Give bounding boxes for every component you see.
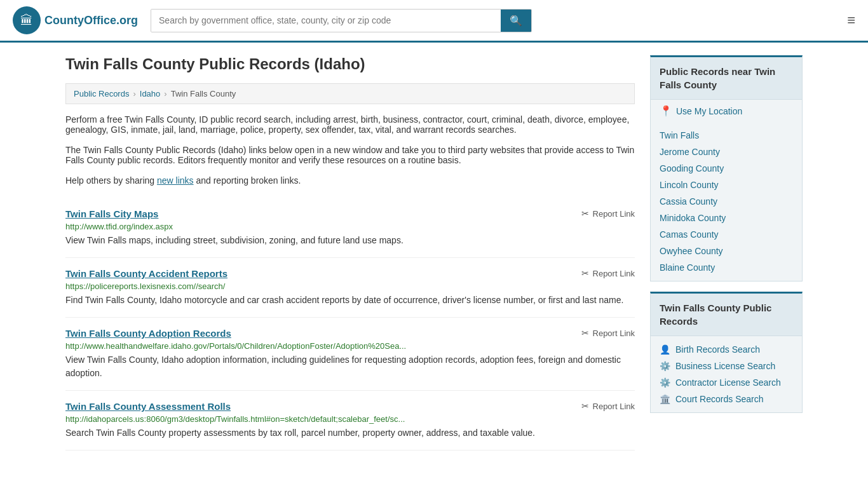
record-url-3[interactable]: http://idahoparcels.us:8060/gm3/desktop/… <box>65 414 635 424</box>
search-icon: 🔍 <box>510 15 522 26</box>
record-card-header: Twin Falls County Adoption Records ✂ Rep… <box>65 328 635 339</box>
nearby-link-5[interactable]: Minidoka County <box>660 213 726 223</box>
record-url-2[interactable]: http://www.healthandwelfare.idaho.gov/Po… <box>65 341 635 351</box>
sidebar-record-link-3[interactable]: Court Records Search <box>675 394 764 404</box>
sidebar-records-section: Twin Falls County Public Records 👤 Birth… <box>650 292 803 413</box>
record-desc-2: View Twin Falls County, Idaho adoption i… <box>65 353 635 380</box>
sidebar-record-link-1[interactable]: Business License Search <box>675 361 775 371</box>
sidebar-record-item: 🏛️ Court Records Search <box>651 391 802 407</box>
record-desc-1: Find Twin Falls County, Idaho motorcycle… <box>65 294 635 307</box>
new-links-link[interactable]: new links <box>157 175 194 186</box>
sidebar-record-item: ⚙️ Contractor License Search <box>651 374 802 391</box>
header: 🏛 CountyOffice.org 🔍 ≡ <box>0 0 868 43</box>
search-input[interactable] <box>151 10 501 32</box>
record-title-1[interactable]: Twin Falls County Accident Reports <box>65 268 227 279</box>
content-area: Twin Falls County Public Records (Idaho)… <box>65 55 635 451</box>
nearby-link-2[interactable]: Gooding County <box>660 163 724 173</box>
report-link-button-0[interactable]: ✂ Report Link <box>581 208 635 219</box>
report-icon-0: ✂ <box>581 208 589 219</box>
report-link-button-3[interactable]: ✂ Report Link <box>581 401 635 411</box>
breadcrumb-current: Twin Falls County <box>171 89 236 98</box>
sidebar-record-item: ⚙️ Business License Search <box>651 358 802 374</box>
sidebar-nearby-section: Public Records near Twin Falls County 📍 … <box>650 55 803 281</box>
breadcrumb: Public Records › Idaho › Twin Falls Coun… <box>65 83 635 104</box>
nearby-list-item: Gooding County <box>651 160 802 177</box>
sidebar-record-link-2[interactable]: Contractor License Search <box>675 377 781 388</box>
search-bar: 🔍 <box>151 9 532 32</box>
sidebar-record-icon-2: ⚙️ <box>660 377 670 388</box>
breadcrumb-public-records[interactable]: Public Records <box>74 89 129 98</box>
intro-paragraph-2: The Twin Falls County Public Records (Id… <box>65 145 635 165</box>
use-my-location-label: Use My Location <box>676 106 742 116</box>
record-card-header: Twin Falls City Maps ✂ Report Link <box>65 208 635 219</box>
record-title-2[interactable]: Twin Falls County Adoption Records <box>65 328 231 339</box>
nearby-list-item: Twin Falls <box>651 127 802 144</box>
nearby-link-0[interactable]: Twin Falls <box>660 130 699 140</box>
sidebar-records-title: Twin Falls County Public Records <box>651 294 802 336</box>
location-icon: 📍 <box>660 105 672 117</box>
nearby-list: Twin FallsJerome CountyGooding CountyLin… <box>651 122 802 281</box>
record-title-3[interactable]: Twin Falls County Assessment Rolls <box>65 401 231 412</box>
nearby-list-item: Camas County <box>651 226 802 243</box>
nearby-list-item: Owyhee County <box>651 243 802 259</box>
sidebar-record-icon-3: 🏛️ <box>660 394 670 404</box>
sidebar-record-icon-0: 👤 <box>660 344 670 355</box>
sidebar-record-link-0[interactable]: Birth Records Search <box>675 344 760 355</box>
logo-icon: 🏛 <box>13 6 41 34</box>
use-my-location[interactable]: 📍 Use My Location <box>651 100 802 122</box>
nearby-list-item: Cassia County <box>651 193 802 210</box>
report-link-label-3: Report Link <box>593 402 635 411</box>
nearby-list-item: Minidoka County <box>651 210 802 226</box>
nearby-list-item: Lincoln County <box>651 177 802 193</box>
sidebar: Public Records near Twin Falls County 📍 … <box>650 55 803 451</box>
breadcrumb-idaho[interactable]: Idaho <box>140 89 161 98</box>
report-link-button-2[interactable]: ✂ Report Link <box>581 328 635 338</box>
logo-text: CountyOffice.org <box>44 14 138 27</box>
record-desc-0: View Twin Falls maps, including street, … <box>65 234 635 247</box>
report-link-label-1: Report Link <box>593 269 635 278</box>
sidebar-nearby-title: Public Records near Twin Falls County <box>651 57 802 100</box>
page-title: Twin Falls County Public Records (Idaho) <box>65 55 635 73</box>
help-text: Help others by sharing new links and rep… <box>65 175 635 186</box>
sidebar-record-item: 👤 Birth Records Search <box>651 341 802 358</box>
nearby-link-8[interactable]: Blaine County <box>660 262 715 273</box>
nearby-list-item: Jerome County <box>651 144 802 160</box>
record-card: Twin Falls City Maps ✂ Report Link http:… <box>65 198 635 258</box>
record-url-0[interactable]: http://www.tfid.org/index.aspx <box>65 222 635 231</box>
record-card-header: Twin Falls County Accident Reports ✂ Rep… <box>65 268 635 279</box>
report-link-label-0: Report Link <box>593 209 635 219</box>
records-sidebar-list: 👤 Birth Records Search ⚙️ Business Licen… <box>651 336 802 412</box>
nearby-link-7[interactable]: Owyhee County <box>660 246 723 256</box>
record-title-0[interactable]: Twin Falls City Maps <box>65 208 158 219</box>
report-icon-1: ✂ <box>581 268 589 278</box>
record-desc-3: Search Twin Falls County property assess… <box>65 426 635 440</box>
nearby-list-item: Blaine County <box>651 259 802 276</box>
report-link-label-2: Report Link <box>593 329 635 338</box>
record-card: Twin Falls County Accident Reports ✂ Rep… <box>65 258 635 318</box>
record-url-1[interactable]: https://policereports.lexisnexis.com//se… <box>65 281 635 291</box>
menu-icon: ≡ <box>847 12 855 28</box>
help-text-after: and reporting broken links. <box>194 175 301 186</box>
menu-button[interactable]: ≡ <box>847 12 855 29</box>
logo[interactable]: 🏛 CountyOffice.org <box>13 6 138 34</box>
breadcrumb-sep-1: › <box>133 89 135 98</box>
report-link-button-1[interactable]: ✂ Report Link <box>581 268 635 278</box>
report-icon-3: ✂ <box>581 401 589 411</box>
report-icon-2: ✂ <box>581 328 589 338</box>
nearby-link-4[interactable]: Cassia County <box>660 196 717 207</box>
sidebar-record-icon-1: ⚙️ <box>660 361 670 371</box>
record-card: Twin Falls County Assessment Rolls ✂ Rep… <box>65 391 635 451</box>
record-card-header: Twin Falls County Assessment Rolls ✂ Rep… <box>65 401 635 412</box>
intro-paragraph-1: Perform a free Twin Falls County, ID pub… <box>65 114 635 135</box>
help-text-before: Help others by sharing <box>65 175 157 186</box>
records-list: Twin Falls City Maps ✂ Report Link http:… <box>65 198 635 451</box>
nearby-link-1[interactable]: Jerome County <box>660 147 720 157</box>
nearby-link-6[interactable]: Camas County <box>660 229 719 240</box>
search-button[interactable]: 🔍 <box>501 10 531 32</box>
breadcrumb-sep-2: › <box>164 89 166 98</box>
nearby-link-3[interactable]: Lincoln County <box>660 180 719 190</box>
record-card: Twin Falls County Adoption Records ✂ Rep… <box>65 318 635 391</box>
main-container: Twin Falls County Public Records (Idaho)… <box>53 43 815 463</box>
